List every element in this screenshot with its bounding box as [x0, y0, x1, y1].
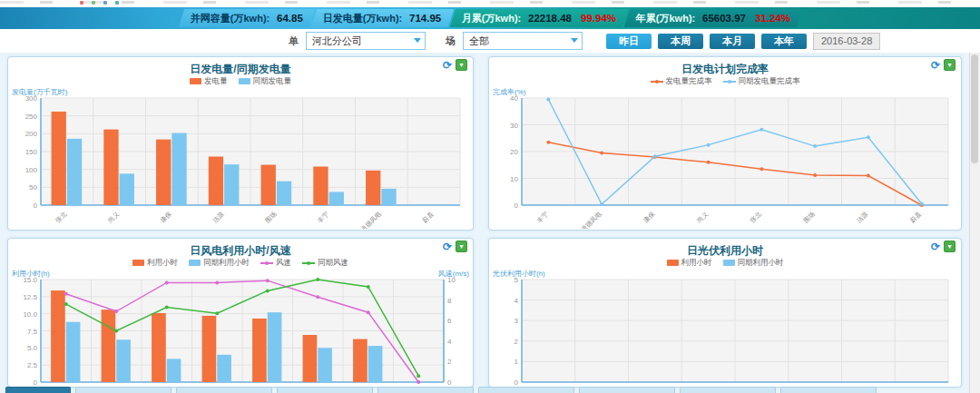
chart-plot: 050100150200250300发电量(万千瓦时)张北尚义康保沽源围场丰宁承… [10, 87, 471, 229]
legend-swatch-icon [132, 260, 144, 266]
svg-text:承德风电: 承德风电 [580, 211, 603, 229]
svg-text:围场: 围场 [802, 211, 817, 225]
svg-text:6: 6 [447, 317, 452, 325]
svg-text:康保: 康保 [159, 210, 173, 224]
svg-text:围场: 围场 [264, 211, 279, 225]
chart-plot: 012345光伏利用小时(h) [491, 269, 959, 388]
stat-label: 并网容量(万kwh): [191, 12, 270, 25]
dashboard-root: { "stat_bar": { "items": [ {"label": "并网… [0, 0, 980, 393]
svg-text:尚义: 尚义 [695, 211, 710, 225]
svg-text:200: 200 [25, 130, 38, 138]
legend-label: 同期利用小时 [203, 258, 250, 269]
range-button-year[interactable]: 本年 [761, 34, 807, 49]
legend-item[interactable]: 同期利用小时 [723, 258, 784, 269]
cutoff-table-cell [75, 387, 172, 393]
range-button-week[interactable]: 本周 [658, 34, 703, 49]
svg-text:12.5: 12.5 [23, 293, 37, 301]
export-excel-icon[interactable]: ▾ [456, 241, 467, 252]
svg-text:蔚县: 蔚县 [908, 211, 922, 224]
legend-swatch-icon [190, 78, 201, 84]
station-select-value: 全部 [469, 34, 489, 48]
export-excel-icon[interactable]: ▾ [456, 59, 467, 71]
stat-grid-capacity: 并网容量(万kwh): 64.85 [179, 9, 316, 27]
range-button-month[interactable]: 本月 [710, 34, 755, 49]
stat-label: 年累(万kwh): [636, 12, 695, 25]
charts-area: 日发电量/同期发电量⟳▾发电量同期发电量050100150200250300发电… [0, 53, 980, 393]
station-select[interactable]: 全部 [463, 32, 583, 50]
cutoff-table-cell [277, 387, 373, 393]
legend-label: 风速 [276, 258, 291, 269]
svg-text:7.5: 7.5 [27, 328, 38, 336]
chart-title: 日风电利用小时/风速 [190, 244, 290, 257]
vertical-scrollbar[interactable] [969, 53, 980, 393]
legend-item[interactable]: 发电量完成率 [651, 76, 712, 87]
legend-label: 发电量 [204, 76, 228, 87]
cutoff-table-cell [176, 387, 272, 393]
legend-item[interactable]: 同期发电量完成率 [723, 76, 800, 87]
svg-text:100: 100 [25, 166, 38, 174]
range-button-yesterday[interactable]: 昨日 [606, 34, 652, 49]
legend-line-icon [260, 260, 273, 266]
stat-label: 日发电量(万kwh): [323, 12, 402, 25]
legend-item[interactable]: 同期发电量 [239, 76, 292, 87]
cutoff-table-cell [780, 387, 877, 393]
date-field[interactable]: 2016-03-28 [813, 33, 880, 50]
svg-text:4: 4 [514, 297, 519, 305]
svg-text:0: 0 [447, 378, 452, 387]
svg-text:沽源: 沽源 [211, 211, 226, 225]
svg-text:10.0: 10.0 [23, 310, 37, 319]
svg-text:张北: 张北 [54, 211, 69, 225]
svg-text:蔚县: 蔚县 [421, 211, 435, 224]
chart-title: 日发电计划完成率 [681, 63, 769, 75]
svg-text:5.0: 5.0 [27, 344, 38, 352]
svg-text:光伏利用小时(h): 光伏利用小时(h) [493, 270, 545, 278]
refresh-icon[interactable]: ⟳ [443, 241, 452, 252]
svg-text:20: 20 [510, 148, 518, 156]
refresh-icon[interactable]: ⟳ [931, 241, 940, 252]
legend-swatch-icon [667, 260, 679, 266]
svg-text:2.5: 2.5 [27, 361, 38, 369]
panel-daily-generation: 日发电量/同期发电量⟳▾发电量同期发电量050100150200250300发电… [7, 56, 474, 231]
refresh-icon[interactable]: ⟳ [443, 60, 452, 71]
export-excel-icon[interactable]: ▾ [944, 241, 956, 252]
legend-item[interactable]: 利用小时 [667, 258, 712, 269]
speck-green [92, 1, 95, 5]
svg-text:发电量(万千瓦时): 发电量(万千瓦时) [12, 88, 68, 96]
cutoff-table-cell [478, 387, 574, 393]
refresh-icon[interactable]: ⟳ [931, 60, 940, 71]
svg-text:丰宁: 丰宁 [535, 211, 549, 224]
legend-item[interactable]: 发电量 [190, 76, 228, 87]
svg-text:风速(m/s): 风速(m/s) [438, 270, 470, 278]
chart-plot: 010203040完成率(%)丰宁承德风电康保尚义张北围场沽源蔚县 [491, 87, 959, 229]
svg-text:2: 2 [447, 358, 452, 366]
legend-item[interactable]: 利用小时 [132, 258, 178, 269]
svg-text:250: 250 [25, 113, 38, 121]
cutoff-table-cell [377, 387, 474, 393]
stat-year-total: 年累(万kwh): 65603.97 31.24% [624, 9, 803, 27]
chart-plot: 02.55.07.510.012.515.00246810利用小时(h)风速(m… [10, 269, 471, 388]
chevron-down-icon [571, 38, 578, 43]
svg-text:沽源: 沽源 [856, 211, 870, 225]
unit-label: 单 [289, 34, 299, 48]
legend-label: 发电量完成率 [666, 76, 712, 87]
svg-text:张北: 张北 [749, 211, 763, 225]
stat-percent: 31.24% [755, 13, 790, 24]
legend-item[interactable]: 风速 [260, 258, 291, 269]
scrollbar-thumb[interactable] [971, 54, 978, 163]
legend-item[interactable]: 同期利用小时 [189, 258, 250, 269]
legend-swatch-icon [239, 78, 250, 84]
legend-label: 利用小时 [681, 258, 712, 269]
stat-value: 65603.97 [703, 13, 747, 24]
unit-select[interactable]: 河北分公司 [306, 32, 426, 50]
svg-text:完成率(%): 完成率(%) [493, 88, 526, 96]
legend-swatch-icon [189, 260, 201, 266]
legend-line-icon [302, 260, 315, 266]
export-excel-icon[interactable]: ▾ [944, 59, 956, 71]
stat-value: 22218.48 [528, 13, 572, 24]
legend-line-icon [723, 78, 736, 84]
svg-text:4: 4 [447, 338, 452, 346]
legend-item[interactable]: 同期风速 [302, 258, 348, 269]
stat-percent: 99.94% [581, 13, 616, 24]
svg-text:0: 0 [34, 201, 38, 210]
svg-text:康保: 康保 [642, 210, 656, 224]
